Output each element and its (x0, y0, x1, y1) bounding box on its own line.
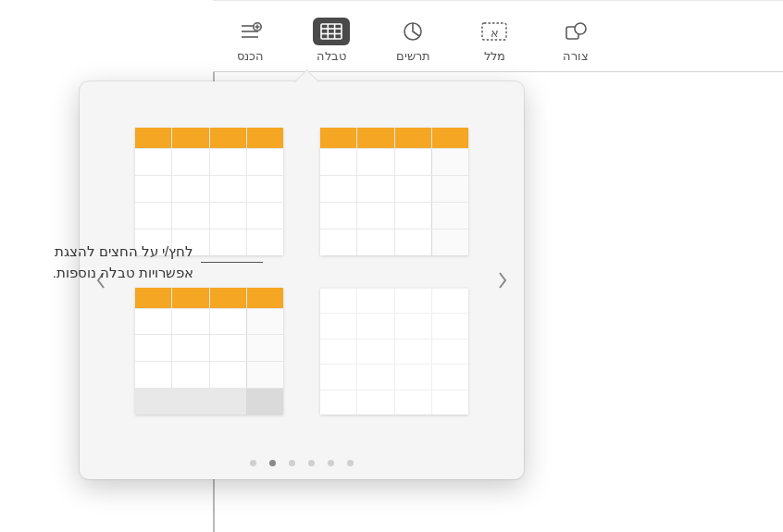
toolbar-chart-label: תרשים (396, 49, 430, 63)
page-dot-6[interactable] (347, 460, 354, 466)
page-dot-1[interactable] (250, 460, 256, 466)
svg-point-15 (575, 23, 586, 34)
toolbar-shape-label: צורה (563, 49, 589, 63)
toolbar-table-label: טבלה (317, 49, 346, 63)
callout-leader-line (201, 262, 263, 263)
toolbar-shape-button[interactable]: צורה (548, 14, 603, 67)
chevron-right-icon (496, 270, 509, 291)
page-dot-4[interactable] (308, 460, 315, 466)
toolbar-insert-button[interactable]: הכנס (222, 14, 278, 67)
callout-text: לחץ/י על החצים להצגת אפשרויות טבלה נוספו… (4, 241, 193, 284)
table-style-option-2[interactable] (135, 128, 283, 255)
table-style-option-1[interactable] (320, 128, 468, 255)
toolbar: הכנס טבלה תרשים א (213, 0, 783, 72)
toolbar-table-button[interactable]: טבלה (304, 14, 359, 67)
table-icon (313, 18, 350, 45)
help-callout: לחץ/י על החצים להצגת אפשרויות טבלה נוספו… (4, 241, 263, 284)
page-dot-3[interactable] (289, 460, 295, 466)
table-style-option-4[interactable] (135, 288, 283, 415)
table-style-option-3[interactable] (320, 288, 468, 415)
text-icon: א (476, 18, 513, 45)
shape-icon (557, 18, 594, 45)
toolbar-text-label: מלל (484, 49, 505, 63)
popover-nav-next[interactable] (489, 262, 516, 299)
toolbar-insert-label: הכנס (237, 49, 264, 63)
page-dot-5[interactable] (328, 460, 334, 466)
toolbar-text-button[interactable]: א מלל (466, 14, 522, 67)
svg-text:א: א (491, 26, 499, 40)
popover-page-dots (80, 460, 524, 466)
insert-icon (231, 18, 268, 45)
toolbar-chart-button[interactable]: תרשים (385, 14, 441, 67)
chart-icon (394, 18, 431, 45)
svg-rect-6 (321, 24, 342, 39)
page-dot-2[interactable] (269, 460, 276, 466)
